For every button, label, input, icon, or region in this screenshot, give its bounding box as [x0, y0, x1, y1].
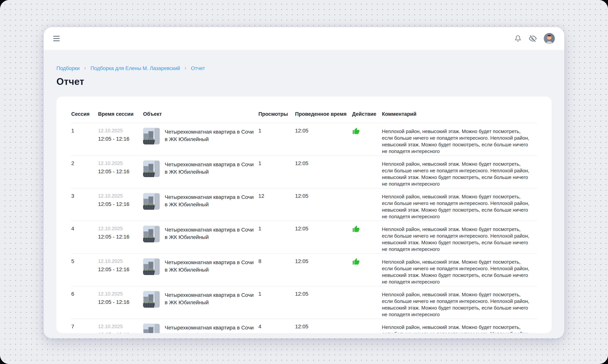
views-count: 1: [258, 123, 295, 156]
time-spent: 12:05: [295, 123, 352, 156]
action-cell: [352, 123, 382, 156]
column-header-action: Действие: [352, 111, 382, 117]
comment-text: Неплохой район, невысокий этаж. Можно бу…: [382, 286, 532, 319]
object-title[interactable]: Четырехкомнатная квартира в Сочи в ЖК Юб…: [165, 324, 254, 333]
object-title[interactable]: Четырехкомнатная квартира в Сочи в ЖК Юб…: [165, 128, 254, 156]
session-time-cell: 12.10.2025 12:05 - 12:16: [98, 221, 143, 253]
session-date: 12.10.2025: [98, 291, 143, 297]
breadcrumb-current-report[interactable]: Отчет: [191, 65, 205, 72]
views-count: 1: [258, 156, 295, 188]
time-spent: 12:05: [295, 156, 352, 188]
time-spent: 12:05: [295, 319, 352, 333]
breadcrumb-link-collections[interactable]: Подборки: [56, 65, 80, 72]
comment-text: Неплохой район, невысокий этаж. Можно бу…: [382, 254, 532, 286]
session-number: 4: [71, 221, 98, 253]
session-time-range: 12:05 - 12:16: [98, 201, 143, 207]
action-cell: [352, 156, 382, 188]
table-row: 7 12.10.2025 12:05 - 12:16: [71, 319, 537, 333]
session-date: 12.10.2025: [98, 258, 143, 264]
views-count: 1: [258, 286, 295, 319]
session-date: 12.10.2025: [98, 160, 143, 166]
object-thumbnail[interactable]: [143, 324, 160, 333]
chevron-right-icon: ›: [184, 65, 186, 71]
column-header-comment: Комментарий: [382, 111, 537, 117]
content-area: Подборки › Подборка для Елены М. Лазарев…: [44, 50, 564, 338]
session-time-range: 12:05 - 12:16: [98, 332, 143, 333]
session-time-range: 12:05 - 12:16: [98, 266, 143, 273]
session-time-range: 12:05 - 12:16: [98, 234, 143, 240]
time-spent: 12:05: [295, 254, 352, 286]
table-row: 6 12.10.2025 12:05 - 12:16: [71, 286, 537, 319]
session-number: 6: [71, 286, 98, 319]
session-number: 5: [71, 254, 98, 286]
time-spent: 12:05: [295, 286, 352, 319]
eye-off-icon[interactable]: [529, 35, 537, 42]
session-time-cell: 12.10.2025 12:05 - 12:16: [98, 123, 143, 156]
object-thumbnail[interactable]: [143, 160, 160, 177]
avatar[interactable]: [544, 33, 555, 44]
table-row: 1 12.10.2025 12:05 - 12:16: [71, 123, 537, 156]
object-thumbnail[interactable]: [143, 291, 160, 308]
views-count: 1: [258, 221, 295, 253]
comment-text: Неплохой район, невысокий этаж. Можно бу…: [382, 123, 532, 156]
page-background: Подборки › Подборка для Елены М. Лазарев…: [0, 0, 608, 364]
column-header-session: Сессия: [71, 111, 98, 117]
comment-text: Неплохой район, невысокий этаж. Можно бу…: [382, 319, 532, 333]
session-time-range: 12:05 - 12:16: [98, 299, 143, 305]
object-cell: Четырехкомнатная квартира в Сочи в ЖК Юб…: [143, 254, 258, 286]
object-cell: Четырехкомнатная квартира в Сочи в ЖК Юб…: [143, 188, 258, 221]
chevron-right-icon: ›: [84, 65, 86, 71]
object-cell: Четырехкомнатная квартира в Сочи в ЖК Юб…: [143, 221, 258, 253]
object-cell: Четырехкомнатная квартира в Сочи в ЖК Юб…: [143, 123, 258, 156]
session-time-cell: 12.10.2025 12:05 - 12:16: [98, 286, 143, 319]
session-number: 1: [71, 123, 98, 156]
object-title[interactable]: Четырехкомнатная квартира в Сочи в ЖК Юб…: [165, 160, 254, 188]
thumb-up-icon: [352, 258, 360, 265]
object-title[interactable]: Четырехкомнатная квартира в Сочи в ЖК Юб…: [165, 193, 254, 221]
views-count: 8: [258, 254, 295, 286]
comment-text: Неплохой район, невысокий этаж. Можно бу…: [382, 156, 532, 188]
views-count: 4: [258, 319, 295, 333]
bell-icon[interactable]: [514, 35, 522, 42]
breadcrumb: Подборки › Подборка для Елены М. Лазарев…: [56, 65, 552, 72]
object-cell: Четырехкомнатная квартира в Сочи в ЖК Юб…: [143, 156, 258, 188]
comment-text: Неплохой район, невысокий этаж. Можно бу…: [382, 188, 532, 221]
action-cell: [352, 319, 382, 333]
action-cell: [352, 221, 382, 253]
object-title[interactable]: Четырехкомнатная квартира в Сочи в ЖК Юб…: [165, 226, 254, 253]
column-header-duration: Проведенное время: [295, 111, 352, 117]
breadcrumb-link-selection[interactable]: Подборка для Елены М. Лазаревский: [90, 65, 180, 72]
table-body: 1 12.10.2025 12:05 - 12:16: [71, 123, 537, 333]
app-window: Подборки › Подборка для Елены М. Лазарев…: [44, 27, 564, 338]
object-thumbnail[interactable]: [143, 193, 160, 210]
object-title[interactable]: Четырехкомнатная квартира в Сочи в ЖК Юб…: [165, 258, 254, 286]
table-row: 3 12.10.2025 12:05 - 12:16: [71, 188, 537, 221]
thumb-up-icon: [352, 225, 360, 233]
column-header-views: Просмотры: [258, 111, 295, 117]
action-cell: [352, 286, 382, 319]
time-spent: 12:05: [295, 221, 352, 253]
session-date: 12.10.2025: [98, 226, 143, 232]
object-title[interactable]: Четырехкомнатная квартира в Сочи в ЖК Юб…: [165, 291, 254, 319]
session-time-cell: 12.10.2025 12:05 - 12:16: [98, 188, 143, 221]
object-thumbnail[interactable]: [143, 128, 160, 144]
session-number: 3: [71, 188, 98, 221]
session-date: 12.10.2025: [98, 128, 143, 134]
column-header-object: Объект: [143, 111, 258, 117]
session-time-cell: 12.10.2025 12:05 - 12:16: [98, 254, 143, 286]
views-count: 12: [258, 188, 295, 221]
session-date: 12.10.2025: [98, 324, 143, 329]
session-number: 2: [71, 156, 98, 188]
session-date: 12.10.2025: [98, 193, 143, 199]
report-table-card: Сессия Время сессии Объект Просмотры Про…: [56, 97, 552, 333]
session-time-cell: 12.10.2025 12:05 - 12:16: [98, 156, 143, 188]
object-thumbnail[interactable]: [143, 258, 160, 275]
table-header-row: Сессия Время сессии Объект Просмотры Про…: [71, 97, 537, 123]
session-number: 7: [71, 319, 98, 333]
object-thumbnail[interactable]: [143, 226, 160, 242]
object-cell: Четырехкомнатная квартира в Сочи в ЖК Юб…: [143, 286, 258, 319]
menu-icon[interactable]: [53, 36, 60, 41]
table-row: 5 12.10.2025 12:05 - 12:16: [71, 253, 537, 286]
action-cell: [352, 188, 382, 221]
action-cell: [352, 254, 382, 286]
